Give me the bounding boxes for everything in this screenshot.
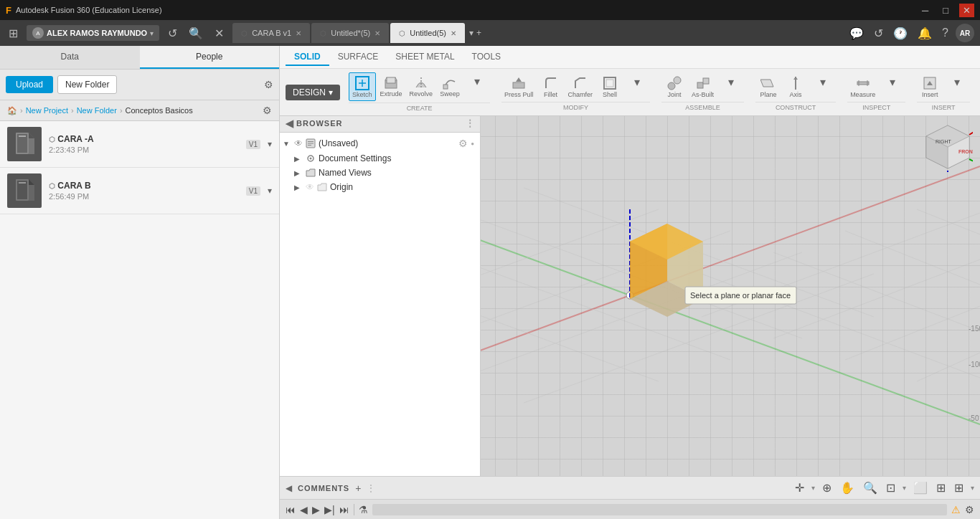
svg-line-47 xyxy=(917,209,980,234)
file-version-arrow-cara-b[interactable]: ▾ xyxy=(268,186,272,196)
status-view-icon[interactable]: ⊞ xyxy=(953,480,965,496)
file-item-cara-a[interactable]: ⬡ CARA -A 2:23:43 PM V1 ▾ xyxy=(0,121,279,168)
tool-sweep[interactable]: Sweep xyxy=(437,72,463,101)
user-avatar[interactable]: AR xyxy=(956,24,974,42)
tab-untitled-5[interactable]: ⬡ Untitled(5) ✕ xyxy=(390,23,465,43)
status-orbit-icon[interactable]: ✋ xyxy=(839,480,856,496)
tree-arrow-0[interactable]: ▼ xyxy=(283,140,291,148)
tool-joint[interactable]: Joint xyxy=(661,73,687,100)
timeline-prev-icon[interactable]: ◀ xyxy=(300,504,308,515)
tool-more-modify[interactable]: ▾ xyxy=(624,73,650,100)
new-folder-button[interactable]: New Folder xyxy=(57,75,117,94)
tool-plane[interactable]: Plane xyxy=(755,73,781,100)
tool-shell[interactable]: Shell xyxy=(597,73,623,100)
tab-solid[interactable]: SOLID xyxy=(286,49,329,66)
tab-close-1[interactable]: ✕ xyxy=(296,29,301,37)
tool-more-create[interactable]: ▾ xyxy=(464,72,490,101)
status-display-icon[interactable]: ⬜ xyxy=(912,480,929,496)
refresh-icon[interactable]: ↺ xyxy=(165,24,180,43)
status-zoomfit-icon[interactable]: ⊡ xyxy=(885,480,897,496)
tree-arrow-1[interactable]: ▶ xyxy=(294,155,303,163)
minimize-button[interactable]: ─ xyxy=(918,4,932,17)
tab-untitled-5-unsaved[interactable]: ⬡ Untitled*(5) ✕ xyxy=(311,23,389,43)
eye-icon-0[interactable]: 👁 xyxy=(294,138,303,148)
tab-close-3[interactable]: ✕ xyxy=(451,29,456,37)
tab-tools[interactable]: TOOLS xyxy=(463,49,509,66)
browser-item-doc-settings[interactable]: ▶ Document Settings xyxy=(280,151,480,166)
help-icon[interactable]: ? xyxy=(939,24,951,42)
tab-sheet-metal[interactable]: SHEET METAL xyxy=(387,49,463,66)
clock-icon[interactable]: 🕐 xyxy=(890,24,910,43)
browser-item-unsaved[interactable]: ▼ 👁 (Unsaved) ⚙ ● xyxy=(280,135,480,151)
status-grid-icon[interactable]: ⊞ xyxy=(935,480,947,496)
eye-icon-3[interactable]: 👁 xyxy=(306,182,314,192)
tool-more-inspect[interactable]: ▾ xyxy=(880,73,905,100)
tool-asbuilt[interactable]: As-Built xyxy=(689,73,717,100)
browser-collapse-icon[interactable]: ◀ xyxy=(286,118,293,129)
status-zoom-icon[interactable]: 🔍 xyxy=(862,480,879,496)
browser-item-named-views[interactable]: ▶ Named Views xyxy=(280,166,480,180)
tool-sketch[interactable]: Sketch xyxy=(349,72,376,101)
upload-button[interactable]: Upload xyxy=(6,76,53,93)
search-icon[interactable]: 🔍 xyxy=(186,24,206,43)
timeline-filter-icon[interactable]: ⚗ xyxy=(359,504,368,515)
timeline-settings-icon[interactable]: ⚙ xyxy=(965,504,974,515)
tool-chamfer[interactable]: Chamfer xyxy=(565,73,596,100)
timeline-last-icon[interactable]: ⏭ xyxy=(339,504,349,515)
timeline-next-icon[interactable]: ▶| xyxy=(324,504,335,515)
tool-fillet[interactable]: Fillet xyxy=(538,73,564,100)
browser-item-origin[interactable]: ▶ 👁 Origin xyxy=(280,180,480,194)
tab-list-icon[interactable]: ▾ xyxy=(469,28,473,38)
tool-more-assemble[interactable]: ▾ xyxy=(718,73,744,100)
close-top-icon[interactable]: ✕ xyxy=(212,24,227,43)
tool-measure[interactable]: Measure xyxy=(847,73,878,100)
user-dropdown-icon[interactable]: ▾ xyxy=(150,29,154,37)
create-label: CREATE xyxy=(349,103,490,112)
breadcrumb-folder[interactable]: New Folder xyxy=(77,106,117,115)
design-button[interactable]: DESIGN ▾ xyxy=(286,85,340,100)
close-button[interactable]: ✕ xyxy=(959,4,974,17)
status-pan-icon[interactable]: ⊕ xyxy=(821,480,833,496)
timeline-first-icon[interactable]: ⏮ xyxy=(286,504,296,515)
status-collapse-icon[interactable]: ◀ xyxy=(286,483,292,493)
breadcrumb-project[interactable]: New Project xyxy=(26,106,68,115)
settings-dot-icon[interactable]: ⚙ xyxy=(458,138,468,149)
view-cube[interactable]: FRONT RIGHT xyxy=(923,122,973,172)
sync-icon[interactable]: ↺ xyxy=(871,24,886,43)
tool-revolve[interactable]: Revolve xyxy=(407,72,436,101)
tree-arrow-3[interactable]: ▶ xyxy=(294,184,303,191)
svg-line-46 xyxy=(845,231,980,285)
tab-surface[interactable]: SURFACE xyxy=(329,49,387,66)
tab-close-2[interactable]: ✕ xyxy=(374,29,380,37)
tool-press-pull[interactable]: Press Pull xyxy=(501,73,537,100)
tool-insert[interactable]: Insert xyxy=(917,73,943,100)
tool-more-construct[interactable]: ▾ xyxy=(810,73,836,100)
tool-extrude[interactable]: Extrude xyxy=(377,72,405,101)
timeline-track[interactable] xyxy=(372,504,947,515)
svg-line-45 xyxy=(773,252,980,331)
breadcrumb-home[interactable]: 🏠 xyxy=(7,106,17,115)
file-version-arrow-cara-a[interactable]: ▾ xyxy=(268,139,272,149)
title-bar-right[interactable]: ─ □ ✕ xyxy=(918,4,974,17)
timeline-play-icon[interactable]: ▶ xyxy=(312,504,320,515)
title-bar-left: F Autodesk Fusion 360 (Education License… xyxy=(6,5,162,16)
tab-data[interactable]: Data xyxy=(0,46,140,69)
maximize-button[interactable]: □ xyxy=(939,4,952,17)
tab-cara-b-v1[interactable]: ⬡ CARA B v1 ✕ xyxy=(232,23,310,43)
new-tab-icon[interactable]: + xyxy=(476,28,481,38)
svg-rect-26 xyxy=(703,78,709,84)
tree-arrow-2[interactable]: ▶ xyxy=(294,169,303,177)
comments-add-icon[interactable]: + xyxy=(355,482,361,494)
svg-text:Select a plane or planar face: Select a plane or planar face xyxy=(690,291,791,300)
user-name-topbar[interactable]: ALEX RAMOS RAYMUNDO xyxy=(47,29,147,37)
tab-people[interactable]: People xyxy=(140,46,280,69)
status-move-icon[interactable]: ✛ xyxy=(793,480,806,496)
sidebar-settings-icon[interactable]: ⚙ xyxy=(264,79,273,90)
chat-icon[interactable]: 💬 xyxy=(847,24,867,43)
breadcrumb-settings-icon[interactable]: ⚙ xyxy=(263,105,272,116)
tool-more-insert[interactable]: ▾ xyxy=(944,73,970,100)
bell-icon[interactable]: 🔔 xyxy=(915,24,935,43)
grid-icon[interactable]: ⊞ xyxy=(6,24,21,43)
tool-axis[interactable]: Axis xyxy=(783,73,809,100)
file-item-cara-b[interactable]: ⬡ CARA B 2:56:49 PM V1 ▾ xyxy=(0,168,279,214)
